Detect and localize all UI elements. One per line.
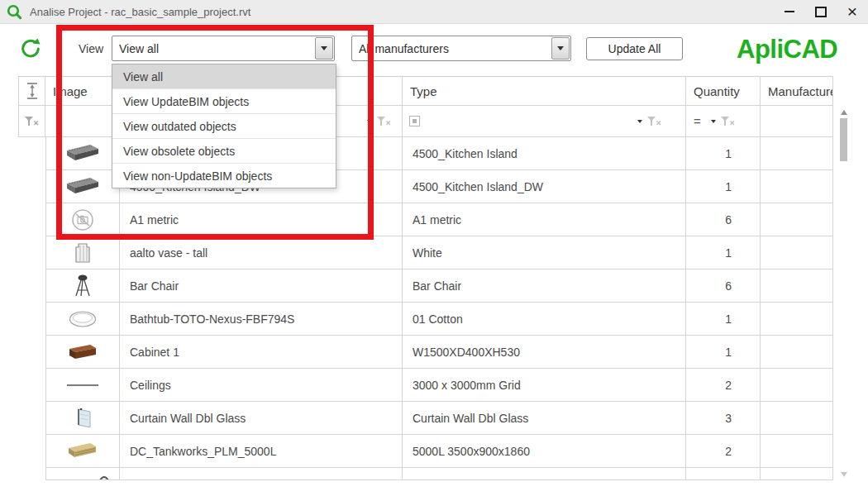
row-manufacturer xyxy=(761,303,833,336)
row-image-cell xyxy=(45,236,120,269)
chevron-down-icon xyxy=(557,46,564,50)
ceilings-icon xyxy=(65,375,100,395)
tank-icon xyxy=(65,440,100,463)
view-option-non-updatebim[interactable]: View non-UpdateBIM objects xyxy=(112,164,336,188)
column-header-image[interactable]: Image xyxy=(45,77,120,106)
view-label: View xyxy=(79,42,103,55)
close-button[interactable]: × xyxy=(837,0,868,23)
maximize-button[interactable] xyxy=(805,0,837,23)
table-row[interactable]: Cabinet 1 W1500XD400XH530 1 xyxy=(45,336,833,369)
filter-mode-icon[interactable] xyxy=(711,120,716,123)
scroll-down-arrow-icon[interactable] xyxy=(841,472,847,477)
scroll-up-arrow-icon[interactable] xyxy=(841,110,847,115)
chevron-down-icon xyxy=(321,46,327,50)
filter-cell-quantity[interactable]: = xyxy=(686,106,761,137)
column-header-quantity[interactable]: Quantity xyxy=(686,77,761,106)
view-option-all[interactable]: View all xyxy=(112,64,336,89)
view-dropdown-popup: View all View UpdateBIM objects View out… xyxy=(112,64,336,188)
filter-cell-type[interactable] xyxy=(403,106,686,137)
row-image-cell xyxy=(45,468,120,480)
clear-filters-button[interactable] xyxy=(18,106,45,137)
table-row[interactable]: A1 metric A1 metric 6 xyxy=(45,203,833,236)
update-all-button[interactable]: Update All xyxy=(586,37,683,60)
scrollbar-thumb[interactable] xyxy=(840,118,847,161)
filter-clear-icon[interactable] xyxy=(721,117,735,126)
table-row[interactable]: Ceilings 3000 x 3000mm Grid 2 xyxy=(45,369,833,402)
row-manufacturer xyxy=(761,236,833,269)
row-type: 4500_Kitchen Island_DW xyxy=(403,170,686,203)
filter-cell-manufacturer[interactable] xyxy=(761,106,833,137)
view-combobox-dropdown-button[interactable] xyxy=(315,37,333,60)
manufacturers-combobox[interactable]: All manufacturers xyxy=(351,36,571,61)
maximize-icon xyxy=(815,7,827,17)
brand-logo: ApliCAD xyxy=(737,35,844,64)
titlebar: Analise Project - rac_basic_sample_proje… xyxy=(0,0,868,24)
table-row[interactable]: Curtain Wall Dbl Glass Curtain Wall Dbl … xyxy=(45,402,833,435)
row-quantity: 6 xyxy=(686,203,761,236)
quantity-operator[interactable]: = xyxy=(694,114,701,128)
bar-chair-icon xyxy=(72,274,93,298)
window-controls: × xyxy=(774,0,868,23)
view-combobox-value: View all xyxy=(112,42,314,55)
row-name: Bathtub-TOTO-Nexus-FBF794S xyxy=(120,303,403,336)
row-image-cell xyxy=(45,402,120,435)
table-row[interactable]: aalto vase - tall White 1 xyxy=(45,236,833,269)
row-quantity: 1 xyxy=(686,137,761,170)
row-type: A1 metric xyxy=(403,203,686,236)
window-title: Analise Project - rac_basic_sample_proje… xyxy=(30,6,250,18)
close-icon: × xyxy=(847,2,857,20)
table-row[interactable]: Bar Chair Bar Chair 6 xyxy=(45,269,833,303)
table-row[interactable]: DC_Tankworks_PLM_5000L 5000L 3500x900x18… xyxy=(45,435,833,468)
row-manufacturer xyxy=(761,137,833,170)
row-quantity: 6 xyxy=(686,269,761,303)
row-height-column-header[interactable] xyxy=(18,77,45,106)
filter-checkbox-icon[interactable] xyxy=(409,116,420,126)
row-manufacturer xyxy=(761,269,833,303)
table-row[interactable]: Bathtub-TOTO-Nexus-FBF794S 01 Cotton 1 xyxy=(45,303,833,336)
row-name: A1 metric xyxy=(120,203,403,236)
cabinet-icon xyxy=(66,341,99,363)
view-option-obsolete[interactable]: View obsolete objects xyxy=(112,139,336,164)
view-option-outdated[interactable]: View outdated objects xyxy=(112,114,336,139)
minimize-icon xyxy=(785,11,794,12)
row-type: White xyxy=(403,236,686,269)
row-type: 01 Cotton xyxy=(403,303,686,336)
row-image-cell xyxy=(45,137,120,170)
row-name: Ceilings xyxy=(120,369,403,402)
vertical-scrollbar[interactable] xyxy=(838,108,850,479)
row-name: Bar Chair xyxy=(120,269,403,303)
vase-icon xyxy=(73,241,93,265)
minimize-button[interactable] xyxy=(774,0,805,23)
filter-cell-image[interactable] xyxy=(45,106,120,137)
filter-clear-icon[interactable] xyxy=(647,117,661,126)
row-name: aalto vase - tall xyxy=(120,236,403,269)
filter-mode-icon[interactable] xyxy=(637,120,642,123)
app-window: Analise Project - rac_basic_sample_proje… xyxy=(0,0,868,496)
row-manufacturer xyxy=(761,203,833,236)
row-quantity: 2 xyxy=(686,435,761,468)
row-manufacturer xyxy=(761,336,833,369)
row-name: Cabinet 1 xyxy=(120,336,403,369)
row-stretch-icon xyxy=(25,82,40,100)
view-combobox[interactable]: View all xyxy=(112,36,335,61)
table-row-partial xyxy=(45,468,833,480)
row-quantity: 1 xyxy=(686,236,761,269)
app-magnifier-icon xyxy=(7,4,22,20)
row-manufacturer xyxy=(761,402,833,435)
kitchen-island-icon xyxy=(64,143,101,165)
row-type: 3000 x 3000mm Grid xyxy=(403,369,686,402)
row-quantity: 1 xyxy=(686,303,761,336)
row-image-cell xyxy=(45,435,120,468)
filter-clear-icon[interactable] xyxy=(377,117,391,126)
row-manufacturer xyxy=(761,435,833,468)
refresh-button[interactable] xyxy=(20,37,41,59)
row-quantity: 2 xyxy=(686,369,761,402)
filter-mode-icon[interactable] xyxy=(367,120,372,123)
row-image-cell xyxy=(45,170,120,203)
column-header-manufacturer[interactable]: Manufacturer xyxy=(761,77,833,106)
row-image-cell xyxy=(45,303,120,336)
column-header-type[interactable]: Type xyxy=(403,77,686,106)
update-all-label: Update All xyxy=(608,42,661,55)
manufacturers-combobox-dropdown-button[interactable] xyxy=(551,37,570,60)
view-option-updatebim[interactable]: View UpdateBIM objects xyxy=(112,89,336,114)
